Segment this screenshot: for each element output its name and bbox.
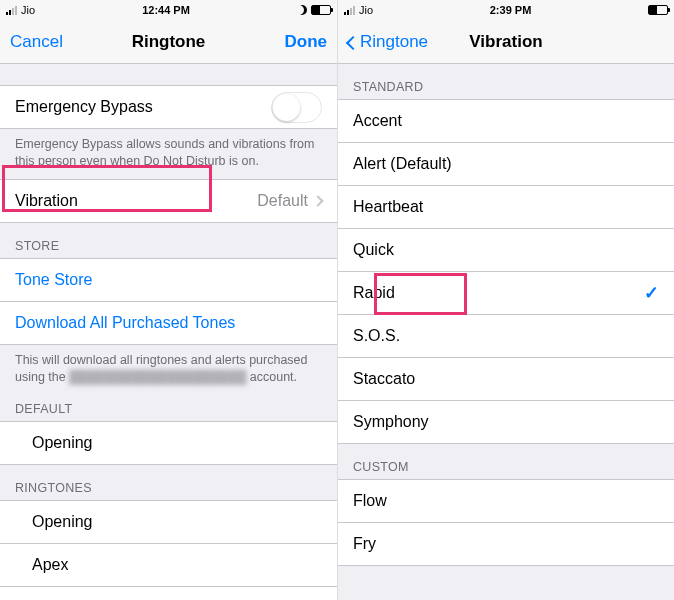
default-ringtone-label: Opening [32, 434, 322, 452]
ringtone-label: Apex [32, 556, 322, 574]
nav-bar: Cancel Ringtone Done [0, 20, 337, 64]
emergency-bypass-footer: Emergency Bypass allows sounds and vibra… [0, 129, 337, 180]
vibration-option-label: Fry [353, 535, 659, 553]
signal-icon [6, 6, 17, 15]
tone-store-row[interactable]: Tone Store [0, 258, 337, 302]
ringtone-label: Opening [32, 513, 322, 531]
ringtone-row[interactable]: Apex [0, 543, 337, 587]
status-bar: Jio 2:39 PM [338, 0, 674, 20]
emergency-bypass-toggle[interactable] [271, 92, 322, 123]
vibration-option-label: Accent [353, 112, 659, 130]
vibration-option-row[interactable]: Staccato [338, 357, 674, 401]
ringtone-row[interactable]: Beacon [0, 586, 337, 601]
download-tones-label: Download All Purchased Tones [15, 314, 322, 332]
store-header: STORE [0, 223, 337, 259]
ringtone-screen: Jio 12:44 PM Cancel Ringtone Done Emerge… [0, 0, 337, 600]
done-button[interactable]: Done [285, 32, 328, 52]
nav-bar: Ringtone Vibration [338, 20, 674, 64]
vibration-option-label: Flow [353, 492, 659, 510]
vibration-option-row[interactable]: Accent [338, 99, 674, 143]
vibration-screen: Jio 2:39 PM Ringtone Vibration STANDARD … [337, 0, 674, 600]
carrier-label: Jio [359, 4, 373, 16]
ringtones-header: RINGTONES [0, 465, 337, 501]
tone-store-label: Tone Store [15, 271, 322, 289]
carrier-label: Jio [21, 4, 35, 16]
battery-icon [311, 5, 331, 15]
emergency-bypass-label: Emergency Bypass [15, 98, 271, 116]
download-tones-row[interactable]: Download All Purchased Tones [0, 301, 337, 345]
redacted-account: ████████████████████ [69, 370, 246, 384]
default-ringtone-row[interactable]: Opening [0, 421, 337, 465]
store-footer: This will download all ringtones and ale… [0, 345, 337, 396]
vibration-option-row[interactable]: Symphony [338, 400, 674, 444]
custom-header: CUSTOM [338, 444, 674, 480]
vibration-option-row[interactable]: Rapid✓ [338, 271, 674, 315]
vibration-option-label: Symphony [353, 413, 659, 431]
vibration-option-row[interactable]: Quick [338, 228, 674, 272]
vibration-option-label: Staccato [353, 370, 659, 388]
vibration-row[interactable]: Vibration Default [0, 179, 337, 223]
emergency-bypass-row[interactable]: Emergency Bypass [0, 85, 337, 129]
back-button[interactable]: Ringtone [348, 32, 428, 52]
chevron-left-icon [346, 35, 360, 49]
vibration-option-row[interactable]: Flow [338, 479, 674, 523]
vibration-option-label: Heartbeat [353, 198, 659, 216]
vibration-option-row[interactable]: Alert (Default) [338, 142, 674, 186]
vibration-option-label: Rapid [353, 284, 644, 302]
clock: 12:44 PM [35, 4, 297, 16]
default-header: DEFAULT [0, 396, 337, 422]
vibration-label: Vibration [15, 192, 257, 210]
signal-icon [344, 6, 355, 15]
vibration-option-row[interactable]: Heartbeat [338, 185, 674, 229]
ringtone-row[interactable]: Opening [0, 500, 337, 544]
chevron-right-icon [312, 195, 323, 206]
vibration-option-row[interactable]: S.O.S. [338, 314, 674, 358]
vibration-value: Default [257, 192, 308, 210]
cancel-button[interactable]: Cancel [10, 32, 63, 52]
standard-header: STANDARD [338, 64, 674, 100]
checkmark-icon: ✓ [644, 282, 659, 304]
vibration-option-label: S.O.S. [353, 327, 659, 345]
vibration-option-label: Alert (Default) [353, 155, 659, 173]
vibration-option-label: Quick [353, 241, 659, 259]
vibration-option-row[interactable]: Fry [338, 522, 674, 566]
battery-icon [648, 5, 668, 15]
status-bar: Jio 12:44 PM [0, 0, 337, 20]
do-not-disturb-icon [297, 5, 307, 15]
clock: 2:39 PM [373, 4, 648, 16]
